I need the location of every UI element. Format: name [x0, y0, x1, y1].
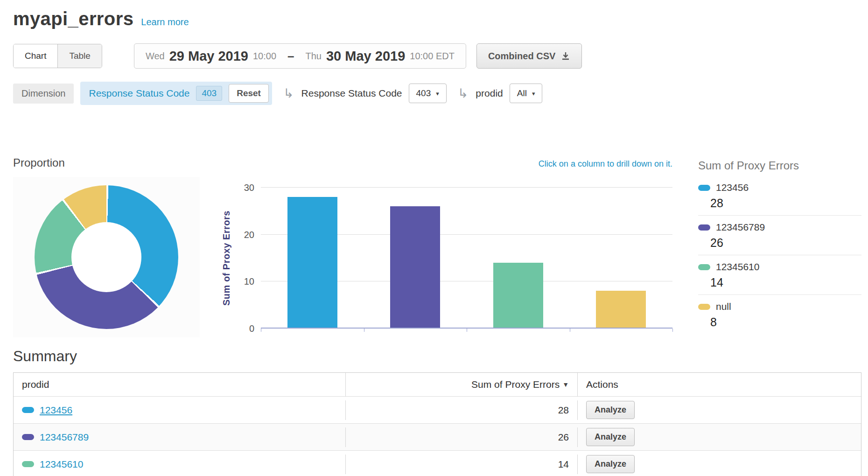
column-header-sum[interactable]: Sum of Proxy Errors ▼ [346, 373, 578, 396]
date-range-separator: – [287, 49, 294, 63]
drilldown-arrow-icon: ↳ [458, 87, 469, 100]
filter-chip-name: Response Status Code [89, 88, 189, 99]
series-color-swatch [698, 264, 710, 270]
end-date: 30 May 2019 [326, 49, 405, 64]
bar-column[interactable] [596, 291, 646, 329]
prodid-cell: 123456789 [14, 427, 346, 447]
reset-button[interactable]: Reset [229, 84, 269, 103]
prodid-dropdown[interactable]: All ▾ [510, 84, 543, 103]
x-axis-tick [364, 329, 364, 332]
analytics-page: myapi_errors Learn more Chart Table Wed … [0, 0, 868, 476]
legend-items: 123456 28 123456789 26 12345610 14 null … [698, 176, 861, 334]
legend-item-row: 123456789 [698, 222, 861, 233]
end-day: Thu [306, 51, 322, 62]
legend-item-value: 8 [710, 315, 861, 329]
prodid-cell: 123456 [14, 400, 346, 420]
sum-cell: 28 [346, 400, 578, 420]
toolbar: Chart Table Wed 29 May 2019 10:00 – Thu … [13, 43, 855, 69]
status-code-dropdown[interactable]: 403 ▾ [409, 84, 447, 103]
analyze-button[interactable]: Analyze [586, 455, 635, 473]
prodid-link[interactable]: 123456789 [40, 432, 89, 443]
summary-table: prodid Sum of Proxy Errors ▼ Actions 123… [13, 372, 861, 476]
y-axis-label: Sum of Proxy Errors [221, 210, 232, 306]
legend-item-label: 123456 [716, 182, 749, 193]
dimension-filter-bar: Dimension Response Status Code 403 Reset… [13, 82, 855, 105]
bar-column[interactable] [390, 206, 440, 329]
y-axis-tick-label: 0 [249, 323, 254, 334]
bar-column[interactable] [493, 263, 543, 329]
learn-more-link[interactable]: Learn more [141, 17, 189, 28]
bar-column[interactable] [287, 197, 337, 329]
table-row: 123456 28 Analyze [14, 396, 861, 423]
date-range-picker[interactable]: Wed 29 May 2019 10:00 – Thu 30 May 2019 … [134, 43, 466, 69]
series-color-swatch [698, 304, 710, 310]
summary-title: Summary [13, 348, 868, 365]
legend-item-value: 28 [710, 196, 861, 210]
bar-chart: Sum of Proxy Errors 0102030 [216, 188, 672, 329]
series-color-swatch [698, 185, 710, 191]
chart-legend: Sum of Proxy Errors 123456 28 123456789 … [698, 156, 861, 337]
end-time: 10:00 EDT [410, 51, 455, 62]
legend-item-value: 26 [710, 236, 861, 250]
x-axis-tick [672, 329, 673, 332]
prodid-dropdown-value: All [517, 88, 527, 98]
column-header-actions: Actions [578, 373, 861, 396]
legend-item: 123456789 26 [698, 216, 861, 255]
sum-cell: 26 [346, 427, 578, 447]
csv-button-label: Combined CSV [488, 51, 555, 62]
series-color-swatch [22, 434, 34, 440]
summary-table-header: prodid Sum of Proxy Errors ▼ Actions [14, 373, 861, 396]
tab-table[interactable]: Table [57, 44, 101, 68]
download-icon [561, 51, 570, 61]
y-axis-tick-label: 20 [244, 229, 254, 240]
summary-table-body: 123456 28 Analyze 123456789 26 Analyze 1… [14, 396, 861, 476]
start-day: Wed [146, 51, 165, 62]
legend-title: Sum of Proxy Errors [698, 159, 861, 172]
actions-cell: Analyze [578, 424, 861, 450]
bar-columns [261, 188, 672, 329]
tab-chart[interactable]: Chart [14, 44, 57, 68]
analyze-button[interactable]: Analyze [586, 428, 635, 446]
drilldown-status-code-label: Response Status Code [301, 88, 402, 99]
actions-cell: Analyze [578, 451, 861, 476]
x-axis-tick [570, 329, 570, 332]
combined-csv-button[interactable]: Combined CSV [476, 43, 582, 69]
proportion-title: Proportion [13, 156, 200, 169]
y-axis-label-gutter: Sum of Proxy Errors [216, 188, 237, 329]
legend-item-label: null [716, 301, 731, 312]
charts-section: Proportion Click on a column to drill do… [0, 156, 868, 337]
legend-item-row: 123456 [698, 182, 861, 193]
legend-item-row: 12345610 [698, 261, 861, 273]
proportion-donut-chart[interactable] [35, 185, 178, 329]
dimension-label: Dimension [13, 84, 74, 104]
sort-descending-icon: ▼ [562, 381, 569, 388]
status-code-dropdown-value: 403 [416, 88, 431, 98]
y-axis-ticks: 0102030 [237, 188, 261, 329]
legend-item: null 8 [698, 295, 861, 334]
start-date: 29 May 2019 [169, 49, 248, 64]
caret-down-icon: ▾ [532, 90, 535, 97]
prodid-link[interactable]: 12345610 [40, 459, 83, 470]
legend-item: 123456 28 [698, 176, 861, 216]
sum-cell: 14 [346, 455, 578, 474]
column-header-prodid[interactable]: prodid [14, 373, 346, 396]
active-filter-chip: Response Status Code 403 Reset [80, 82, 272, 105]
column-header-sum-label: Sum of Proxy Errors [471, 379, 560, 390]
table-row: 123456789 26 Analyze [14, 423, 861, 450]
drilldown-arrow-icon: ↳ [283, 87, 294, 100]
series-color-swatch [698, 224, 710, 231]
bar-chart-plot [261, 188, 672, 329]
proportion-donut-card [13, 177, 200, 337]
series-color-swatch [22, 461, 34, 467]
view-toggle: Chart Table [13, 44, 102, 68]
prodid-link[interactable]: 123456 [40, 405, 72, 416]
actions-cell: Analyze [578, 397, 861, 423]
analyze-button[interactable]: Analyze [586, 401, 635, 419]
y-axis-tick-label: 30 [244, 182, 254, 193]
legend-item-row: null [698, 301, 861, 312]
page-header: myapi_errors Learn more [0, 0, 868, 29]
filter-chip-value: 403 [196, 86, 222, 101]
caret-down-icon: ▾ [436, 90, 439, 97]
bar-chart-panel: Click on a column to drill down on it. S… [216, 156, 672, 337]
drilldown-hint: Click on a column to drill down on it. [216, 159, 672, 169]
